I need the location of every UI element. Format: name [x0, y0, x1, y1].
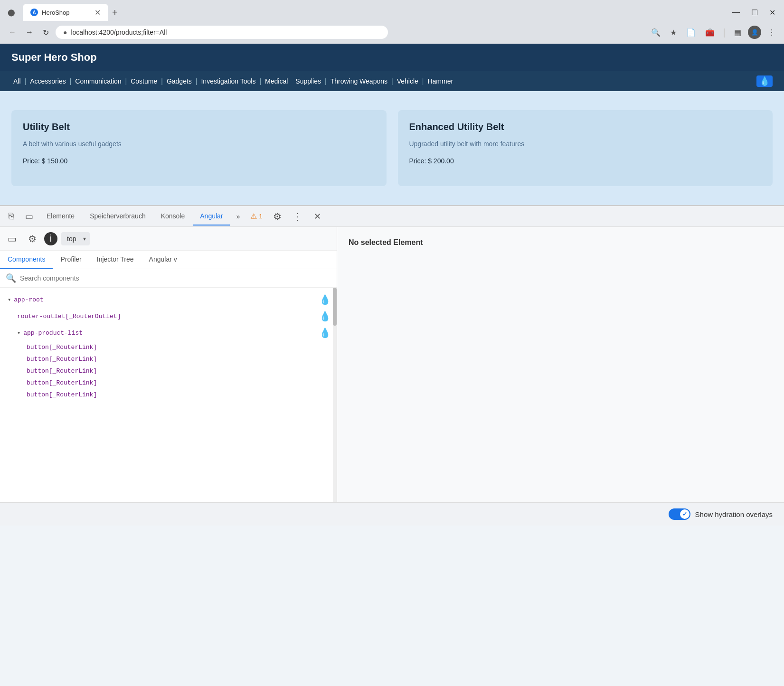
tree-scrollbar-thumb[interactable]	[333, 288, 337, 326]
subtab-injector[interactable]: Injector Tree	[89, 251, 142, 269]
nav-communication[interactable]: Communication	[73, 76, 123, 86]
nav-all[interactable]: All	[11, 76, 23, 86]
maximize-btn[interactable]: ☐	[746, 6, 763, 19]
divider: |	[723, 27, 726, 38]
active-tab[interactable]: A HeroShop ✕	[23, 4, 108, 21]
nav-accessories[interactable]: Accessories	[28, 76, 67, 86]
menu-btn[interactable]: ⋮	[765, 26, 778, 39]
nav-sep-8: |	[391, 77, 393, 85]
nav-throwing[interactable]: Throwing Weapons	[329, 76, 389, 86]
forward-btn[interactable]: →	[23, 26, 36, 38]
tree-item-btn-4[interactable]: button[_RouterLink]	[0, 377, 337, 389]
search-icon: 🔍	[6, 273, 16, 283]
product-price-1: Price: $ 150.00	[23, 157, 375, 165]
nav-gadgets[interactable]: Gadgets	[165, 76, 194, 86]
profile-btn[interactable]: ⬤	[4, 7, 19, 18]
subtab-angular-v[interactable]: Angular v	[142, 251, 185, 269]
nav-hammer[interactable]: Hammer	[425, 76, 455, 86]
devtools-more-btn[interactable]: ⋮	[288, 208, 307, 225]
tree-item-btn-2[interactable]: button[_RouterLink]	[0, 353, 337, 365]
product-card-2: Enhanced Utility Belt Upgraded utility b…	[398, 110, 773, 186]
product-name-1: Utility Belt	[23, 122, 375, 132]
tab-angular[interactable]: Angular	[193, 207, 229, 226]
tree-item-router-outlet[interactable]: router-outlet[_RouterOutlet] 💧	[0, 308, 337, 325]
subtab-profiler[interactable]: Profiler	[53, 251, 89, 269]
tree-item-app-root[interactable]: ▾ app-root 💧	[0, 291, 337, 308]
bookmark-btn[interactable]: ★	[667, 26, 680, 39]
product-price-2: Price: $ 200.00	[409, 157, 762, 165]
tree-tag-btn-4: button[_RouterLink]	[27, 379, 97, 386]
close-btn[interactable]: ✕	[765, 6, 780, 19]
more-tabs-btn[interactable]: »	[232, 210, 245, 223]
search-btn[interactable]: 🔍	[648, 26, 663, 39]
tree-item-btn-5[interactable]: button[_RouterLink]	[0, 389, 337, 401]
hydration-drop-2: 💧	[319, 310, 331, 322]
browser-actions: 🔍 ★ 📄 🧰 | ▦ 👤 ⋮	[648, 26, 778, 39]
nav-vehicle[interactable]: Vehicle	[395, 76, 420, 86]
address-text: localhost:4200/products;filter=All	[71, 28, 167, 36]
check-icon: ✓	[682, 511, 687, 517]
tree-scrollbar[interactable]	[333, 288, 337, 502]
nav-supplies[interactable]: Supplies	[293, 76, 323, 86]
warning-count: 1	[259, 213, 262, 220]
save-page-btn[interactable]: 📄	[683, 26, 699, 39]
address-bar: ← → ↻ ● localhost:4200/products;filter=A…	[0, 21, 784, 44]
inspect-btn[interactable]: ⎘	[4, 208, 19, 224]
angular-icon: 💧	[756, 75, 773, 87]
nav-sep-7: |	[325, 77, 327, 85]
tree-tag-router-outlet: router-outlet[_RouterOutlet]	[17, 313, 121, 320]
tab-close-btn[interactable]: ✕	[94, 8, 101, 17]
context-select[interactable]: top	[61, 232, 90, 245]
hydration-drop-1: 💧	[319, 294, 331, 306]
tab-title: HeroShop	[42, 9, 70, 16]
nav-spacer: 💧	[756, 76, 773, 86]
tree-item-btn-3[interactable]: button[_RouterLink]	[0, 365, 337, 377]
product-desc-2: Upgraded utility belt with more features	[409, 140, 762, 148]
back-btn[interactable]: ←	[6, 26, 19, 38]
tab-konsole[interactable]: Konsole	[154, 207, 192, 226]
settings-btn[interactable]: ⚙	[268, 208, 286, 225]
no-selection-text: No selected Element	[349, 238, 773, 247]
nav-costume[interactable]: Costume	[129, 76, 159, 86]
search-input[interactable]	[20, 274, 331, 282]
nav-sep-4: |	[161, 77, 163, 85]
site-header: Super Hero Shop	[0, 44, 784, 71]
product-desc-1: A belt with various useful gadgets	[23, 140, 375, 148]
component-tree: ▾ app-root 💧 router-outlet[_RouterOutlet…	[0, 288, 337, 502]
tree-item-product-list[interactable]: ▾ app-product-list 💧	[0, 325, 337, 341]
devtools-left-panel: ▭ ⚙ i top Components Profiler Injector T…	[0, 227, 337, 502]
nav-sep-5: |	[196, 77, 198, 85]
info-btn[interactable]: i	[44, 232, 57, 245]
nav-sep-1: |	[25, 77, 27, 85]
device-btn[interactable]: ▭	[20, 208, 38, 225]
address-input[interactable]: ● localhost:4200/products;filter=All	[56, 26, 388, 39]
cast-btn[interactable]: ▦	[731, 26, 744, 39]
nav-medical[interactable]: Medical	[263, 76, 290, 86]
subtab-components[interactable]: Components	[0, 251, 53, 269]
reload-btn[interactable]: ↻	[40, 26, 52, 39]
nav-sep-3: |	[125, 77, 127, 85]
tree-tag-btn-2: button[_RouterLink]	[27, 356, 97, 363]
extensions-btn[interactable]: 🧰	[702, 26, 718, 39]
website: Super Hero Shop All | Accessories | Comm…	[0, 44, 784, 205]
devtools: ⎘ ▭ Elemente Speicherverbrauch Konsole A…	[0, 205, 784, 526]
minimize-btn[interactable]: —	[727, 6, 745, 19]
products-area: Utility Belt A belt with various useful …	[0, 91, 784, 205]
site-nav: All | Accessories | Communication | Cost…	[0, 71, 784, 91]
tab-elemente[interactable]: Elemente	[40, 207, 81, 226]
screenshot-btn[interactable]: ▭	[4, 231, 20, 246]
hydration-toggle-switch[interactable]: ✓	[669, 508, 690, 520]
devtools-close-btn[interactable]: ✕	[309, 208, 326, 225]
tab-speicher[interactable]: Speicherverbrauch	[83, 207, 152, 226]
tab-bar: ⬤ A HeroShop ✕ + — ☐ ✕	[0, 0, 784, 21]
nav-investigation[interactable]: Investigation Tools	[199, 76, 257, 86]
settings-icon-btn[interactable]: ⚙	[24, 231, 40, 246]
avatar-btn[interactable]: 👤	[748, 26, 761, 39]
chevron-product-list: ▾	[17, 329, 20, 337]
nav-sep-9: |	[422, 77, 424, 85]
hydration-drop-3: 💧	[319, 327, 331, 339]
lock-icon: ●	[63, 28, 67, 36]
tree-item-btn-1[interactable]: button[_RouterLink]	[0, 341, 337, 353]
new-tab-btn[interactable]: +	[108, 5, 122, 20]
tree-tag-product-list: app-product-list	[23, 329, 83, 337]
